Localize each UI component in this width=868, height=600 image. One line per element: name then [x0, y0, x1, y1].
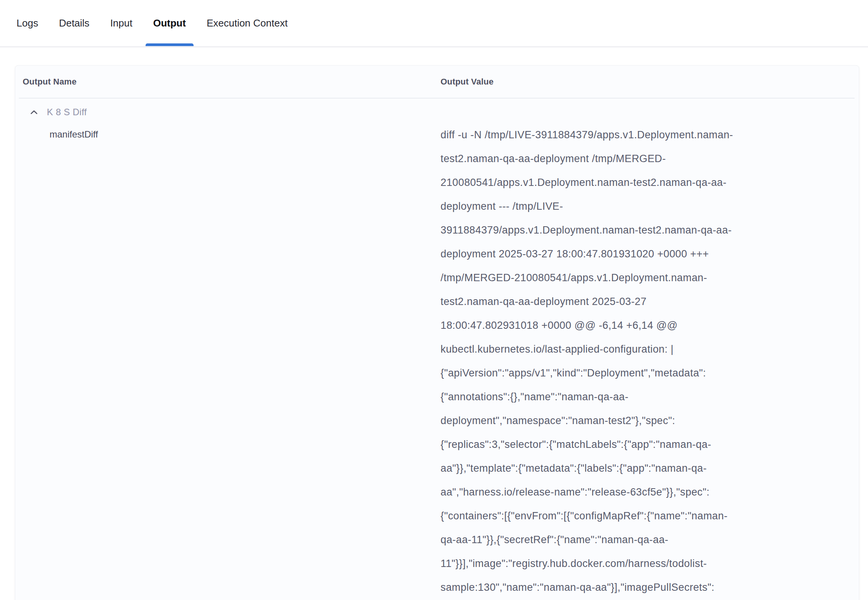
output-value-line: qa-aa-11"}},{"secretRef":{"name":"naman-… — [441, 528, 859, 552]
table-header-row: Output Name Output Value — [15, 66, 859, 98]
output-value-cell: diff -u -N /tmp/LIVE-3911884379/apps.v1.… — [441, 123, 859, 599]
output-value-line: test2.naman-qa-aa-deployment 2025-03-27 — [441, 290, 859, 313]
output-value-line: deployment 2025-03-27 18:00:47.801931020… — [441, 242, 859, 266]
tab-logs[interactable]: Logs — [9, 0, 46, 46]
output-value-line: 18:00:47.802931018 +0000 @@ -6,14 +6,14 … — [441, 313, 859, 337]
column-header-output-value: Output Value — [441, 77, 494, 86]
output-value-line: test2.naman-qa-aa-deployment /tmp/MERGED… — [441, 147, 859, 171]
output-value-line: aa","harness.io/release-name":"release-6… — [441, 480, 859, 504]
output-value-line: 11"}}],"image":"registry.hub.docker.com/… — [441, 552, 859, 575]
tab-details[interactable]: Details — [51, 0, 97, 46]
output-value-line: deployment","namespace":"naman-test2"},"… — [441, 409, 859, 433]
output-value-line: kubectl.kubernetes.io/last-applied-confi… — [441, 337, 859, 361]
tab-bar: LogsDetailsInputOutputExecution Context — [0, 0, 868, 47]
table-row: manifestDiff diff -u -N /tmp/LIVE-391188… — [15, 123, 859, 599]
output-value-lines: diff -u -N /tmp/LIVE-3911884379/apps.v1.… — [441, 123, 859, 599]
chevron-up-icon — [29, 108, 39, 117]
output-value-line: {"replicas":3,"selector":{"matchLabels":… — [441, 433, 859, 456]
group-row-k8s-diff[interactable]: K 8 S Diff — [15, 105, 859, 119]
output-name-cell: manifestDiff — [15, 123, 441, 599]
header-divider — [19, 98, 855, 98]
output-value-line: {"annotations":{},"name":"naman-qa-aa- — [441, 385, 859, 409]
group-label: K 8 S Diff — [47, 107, 87, 118]
collapse-group-button[interactable] — [29, 108, 39, 117]
output-table-card: Output Name Output Value K 8 S Diff mani… — [15, 65, 859, 600]
tab-input[interactable]: Input — [103, 0, 140, 46]
output-value-line: {"containers":[{"envFrom":[{"configMapRe… — [441, 504, 859, 528]
output-value-line: diff -u -N /tmp/LIVE-3911884379/apps.v1.… — [441, 123, 859, 147]
output-value-line: 3911884379/apps.v1.Deployment.naman-test… — [441, 218, 859, 242]
output-value-line: /tmp/MERGED-210080541/apps.v1.Deployment… — [441, 266, 859, 290]
output-value-line: {"apiVersion":"apps/v1","kind":"Deployme… — [441, 361, 859, 385]
output-value-line: 210080541/apps.v1.Deployment.naman-test2… — [441, 171, 859, 194]
output-value-line: sample:130","name":"naman-qa-aa"}],"imag… — [441, 575, 859, 599]
output-value-line: aa"}},"template":{"metadata":{"labels":{… — [441, 456, 859, 480]
tab-execution-context[interactable]: Execution Context — [199, 0, 295, 46]
tab-output[interactable]: Output — [146, 0, 194, 46]
column-header-output-name: Output Name — [23, 77, 76, 86]
output-value-line: deployment --- /tmp/LIVE- — [441, 194, 859, 218]
